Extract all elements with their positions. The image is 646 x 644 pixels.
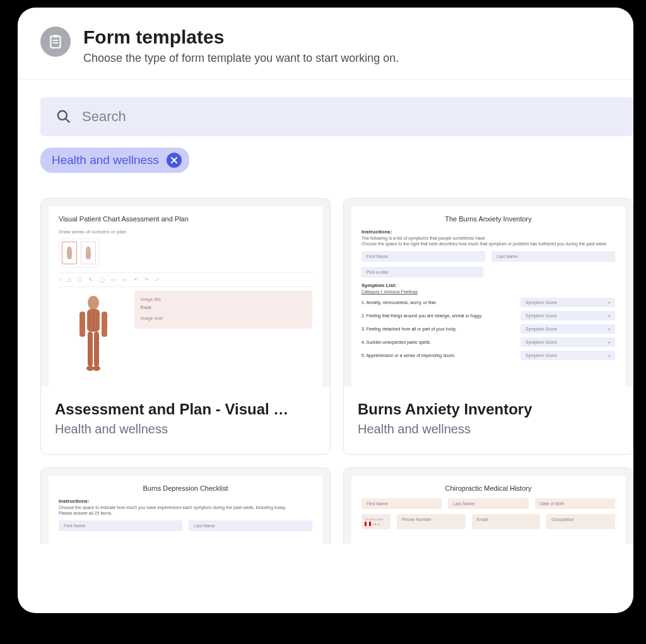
page-title: Form templates bbox=[83, 26, 399, 48]
symptom-row: 5. Apprehension or a sense of impending … bbox=[361, 351, 615, 360]
preview-thumbnails bbox=[59, 238, 99, 267]
svg-point-8 bbox=[88, 296, 99, 310]
preview-content: Chiropractic Medical History First Name … bbox=[351, 476, 625, 544]
svg-rect-12 bbox=[88, 332, 93, 366]
window: Form templates Choose the type of form t… bbox=[18, 8, 633, 613]
header-text: Form templates Choose the type of form t… bbox=[83, 26, 399, 65]
thumbnail-back bbox=[81, 242, 96, 264]
svg-rect-10 bbox=[79, 312, 85, 337]
symptom-row: 3. Feeling detached from all or part of … bbox=[361, 324, 615, 334]
card-preview: The Burns Anxiety Inventory Instructions… bbox=[344, 199, 633, 387]
card-preview: Burns Depression Checklist Instructions:… bbox=[41, 468, 330, 544]
field-row: Country code +1▾ Phone Number Email Occu… bbox=[361, 514, 615, 529]
note-label: Image title bbox=[141, 297, 306, 302]
section-heading: Symptom List: bbox=[361, 283, 615, 288]
template-card-assessment[interactable]: Visual Patient Chart Assessment and Plan… bbox=[40, 198, 331, 455]
field-occupation: Occupation bbox=[546, 514, 615, 529]
note-value: Front bbox=[141, 305, 306, 310]
template-card-burns-depression[interactable]: Burns Depression Checklist Instructions:… bbox=[40, 467, 331, 544]
instructions-label: Instructions: bbox=[361, 229, 615, 235]
preview-body: Image title Front Image note bbox=[59, 291, 312, 387]
note-label-2: Image note bbox=[141, 316, 306, 320]
field-first-name: First Name bbox=[361, 251, 485, 262]
field-row: First Name Last Name Date of Birth bbox=[361, 498, 615, 509]
svg-point-15 bbox=[93, 366, 100, 371]
field-first-name: First Name bbox=[361, 498, 442, 509]
card-title: Assessment and Plan - Visual … bbox=[55, 401, 316, 418]
instructions-label: Instructions: bbox=[59, 498, 312, 504]
template-card-chiropractic[interactable]: Chiropractic Medical History First Name … bbox=[343, 467, 633, 544]
field-first-name: First Name bbox=[59, 520, 182, 531]
anatomy-figure bbox=[59, 291, 128, 387]
search-icon bbox=[56, 108, 72, 125]
score-select: Symptom Score bbox=[520, 324, 615, 334]
card-preview: Visual Patient Chart Assessment and Plan… bbox=[41, 199, 330, 387]
field-dob: Date of Birth bbox=[535, 498, 615, 509]
instructions-text: Choose the space to indicate how much yo… bbox=[59, 505, 312, 510]
flag-icon bbox=[365, 522, 371, 526]
svg-line-5 bbox=[66, 119, 69, 122]
score-select: Symptom Score bbox=[520, 351, 615, 360]
field-row: First Name Last Name bbox=[59, 520, 312, 531]
search-input[interactable]: Search bbox=[40, 97, 633, 136]
instructions-text: The following is a list of symptoms that… bbox=[361, 236, 615, 240]
svg-rect-13 bbox=[94, 332, 99, 366]
symptom-row: 2. Feeling that things around you are st… bbox=[361, 311, 615, 320]
preview-heading: Visual Patient Chart Assessment and Plan bbox=[59, 215, 312, 223]
symptom-row: 4. Sudden unexpected panic spells.Sympto… bbox=[361, 337, 615, 347]
preview-note-panel: Image title Front Image note bbox=[134, 291, 312, 329]
template-card-burns-anxiety[interactable]: The Burns Anxiety Inventory Instructions… bbox=[343, 198, 633, 455]
card-preview: Chiropractic Medical History First Name … bbox=[344, 468, 633, 544]
page-subtitle: Choose the type of form template you wan… bbox=[83, 52, 399, 65]
preview-subhead: Draw areas of concern or plan bbox=[59, 229, 312, 235]
header: Form templates Choose the type of form t… bbox=[18, 8, 633, 79]
field-email: Email bbox=[472, 514, 541, 529]
field-country-code: Country code +1▾ bbox=[361, 514, 391, 529]
thumbnail-front bbox=[62, 242, 77, 264]
card-category: Health and wellness bbox=[55, 422, 316, 436]
preview-title: The Burns Anxiety Inventory bbox=[361, 215, 615, 223]
chip-remove-icon[interactable] bbox=[167, 153, 182, 168]
card-footer: Burns Anxiety Inventory Health and welln… bbox=[344, 387, 633, 454]
instructions-text: Please answer all 25 items. bbox=[59, 511, 312, 515]
category-heading: Category I: Anxious Feelings bbox=[361, 290, 615, 294]
instructions-text: Choose the space to the right that best … bbox=[361, 242, 615, 246]
field-last-name: Last Name bbox=[491, 251, 615, 262]
svg-rect-11 bbox=[102, 312, 107, 337]
score-select: Symptom Score bbox=[520, 298, 615, 307]
card-category: Health and wellness bbox=[358, 422, 619, 436]
template-grid: Visual Patient Chart Assessment and Plan… bbox=[18, 173, 633, 544]
card-footer: Assessment and Plan - Visual … Health an… bbox=[41, 387, 330, 454]
card-title: Burns Anxiety Inventory bbox=[358, 401, 619, 418]
field-last-name: Last Name bbox=[189, 520, 312, 531]
filter-chips: Health and wellness bbox=[18, 136, 633, 173]
field-phone: Phone Number bbox=[397, 514, 466, 529]
clipboard-icon bbox=[40, 26, 71, 57]
svg-rect-0 bbox=[50, 36, 60, 47]
svg-rect-1 bbox=[54, 35, 58, 37]
filter-chip-health[interactable]: Health and wellness bbox=[40, 148, 189, 173]
preview-title: Burns Depression Checklist bbox=[59, 484, 312, 492]
field-last-name: Last Name bbox=[448, 498, 528, 509]
preview-title: Chiropractic Medical History bbox=[361, 484, 615, 492]
field-date: Pick a date bbox=[361, 267, 483, 278]
score-select: Symptom Score bbox=[520, 337, 615, 347]
preview-content: Visual Patient Chart Assessment and Plan… bbox=[49, 206, 322, 387]
preview-content: Burns Depression Checklist Instructions:… bbox=[49, 476, 322, 544]
field-row: First Name Last Name bbox=[361, 251, 615, 262]
preview-toolbar: I△⬡✎◯▭▭↶↷⤢ bbox=[59, 272, 312, 287]
chip-label: Health and wellness bbox=[52, 153, 159, 167]
score-select: Symptom Score bbox=[520, 311, 615, 320]
search-placeholder: Search bbox=[82, 108, 126, 125]
preview-content: The Burns Anxiety Inventory Instructions… bbox=[351, 206, 625, 387]
field-row: Pick a date bbox=[361, 267, 615, 278]
symptom-row: 1. Anxiety, nervousness, worry, or fear.… bbox=[361, 298, 615, 307]
